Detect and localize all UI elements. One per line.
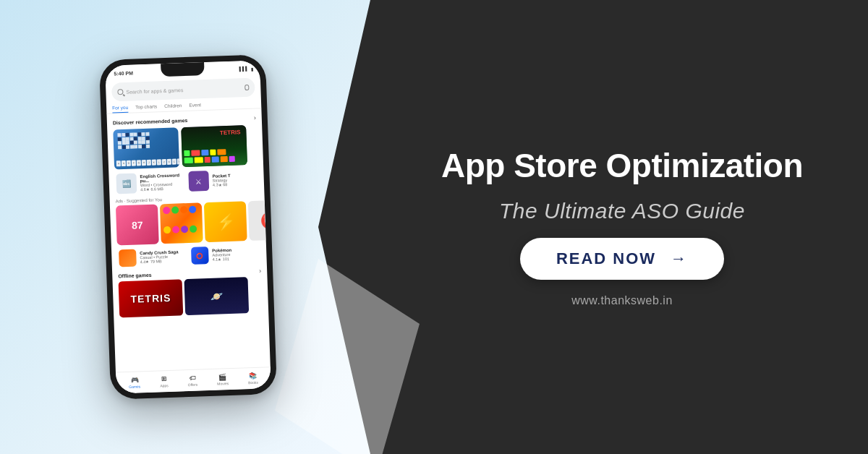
website-url: www.thanksweb.in (571, 294, 673, 307)
signal-icon: ▌▌▌ (239, 67, 249, 71)
battery-icon: ▮ (250, 66, 252, 71)
mic-icon (244, 85, 249, 90)
bottom-nav: 🎮 Games ⊞ Apps 🏷 Offers 🎬 Movies (116, 367, 271, 393)
tab-event[interactable]: Event (189, 102, 201, 111)
right-content: App Store Optimization The Ultimate ASO … (412, 118, 832, 337)
phone-mockup: 5:40 PM ▌▌▌ ▮ Search for apps & games Fo… (99, 54, 277, 400)
tab-for-you[interactable]: For you (112, 105, 128, 113)
search-placeholder: Search for apps & games (126, 85, 242, 95)
thumb-pokeball[interactable]: ⭕ (248, 200, 266, 241)
games-icon: 🎮 (130, 377, 138, 384)
pokemon-app-rating: 4.1★ 101 (212, 256, 259, 262)
crossword-app-icon: 🔤 (116, 173, 137, 194)
discover-arrow-icon[interactable]: › (254, 114, 256, 121)
games-label: Games (129, 384, 140, 389)
crossword-app-rating: 4.6★ 6.6 MB (140, 186, 184, 192)
phone-screen: 5:40 PM ▌▌▌ ▮ Search for apps & games Fo… (105, 60, 271, 393)
phone-notch (161, 62, 205, 77)
offline-games-section: Offline games › TETRIS 🪐 (112, 265, 268, 319)
read-now-button[interactable]: READ NOW → (520, 238, 724, 280)
thumb-pink-game[interactable]: 87 (116, 204, 159, 245)
books-label: Books (248, 380, 258, 385)
apps-label: Apps (160, 383, 169, 387)
offline-arrow-icon[interactable]: › (259, 267, 261, 275)
pocket-app-rating: 4.3★ 68 (213, 181, 257, 187)
bottom-nav-games[interactable]: 🎮 Games (129, 376, 141, 389)
apps-icon: ⊞ (161, 375, 167, 382)
game-banners-row: A S D F G H J K L Z X C (107, 123, 263, 171)
read-btn-label: READ NOW (556, 249, 656, 268)
bottom-nav-apps[interactable]: ⊞ Apps (160, 375, 169, 387)
status-time: 5:40 PM (114, 70, 133, 76)
crossword-app-info: English Crossword pu... Word • Crossword… (140, 173, 184, 192)
status-icons: ▌▌▌ ▮ (239, 66, 253, 72)
app-item-pocket[interactable]: ⚔ Pocket T Strategy 4.3★ 68 (187, 168, 258, 193)
candy-app-info: Candy Crush Saga Casual • Puzzle 4.4★ 79… (140, 249, 187, 264)
right-panel: App Store Optimization The Ultimate ASO … (376, 0, 868, 454)
thumb-pikachu[interactable]: ⚡ (204, 201, 247, 242)
pokemon-app-info: Pokémon Adventure 4.1★ 101 (212, 247, 260, 262)
crossword-banner[interactable]: A S D F G H J K L Z X C (113, 127, 179, 169)
phone-frame: 5:40 PM ▌▌▌ ▮ Search for apps & games Fo… (99, 54, 277, 400)
tetris-banner[interactable]: TETRIS (181, 125, 247, 167)
offline-games-title: Offline games (118, 272, 152, 278)
app-item-candy[interactable]: Candy Crush Saga Casual • Puzzle 4.4★ 79… (117, 246, 189, 268)
suggested-games-row: 87 (110, 199, 266, 247)
app-item-pokemon[interactable]: ⭕ Pokémon Adventure 4.1★ 101 (190, 244, 261, 266)
offers-label: Offers (188, 382, 198, 387)
search-bar[interactable]: Search for apps & games (111, 78, 255, 102)
offline-thumbs-row: TETRIS 🪐 (119, 277, 263, 318)
read-btn-arrow-icon: → (671, 249, 688, 268)
scroll-content: Discover recommended games › (106, 108, 270, 372)
movies-label: Movies (217, 381, 229, 386)
thumb-candy-crush[interactable] (160, 202, 203, 244)
app-item-crossword[interactable]: 🔤 English Crossword pu... Word • Crosswo… (114, 170, 186, 195)
bottom-nav-offers[interactable]: 🏷 Offers (187, 374, 197, 387)
discover-games-title: Discover recommended games (113, 117, 188, 125)
candy-app-rating: 4.4★ 79 MB (140, 258, 187, 264)
movies-icon: 🎬 (218, 373, 226, 380)
tab-children[interactable]: Children (164, 103, 182, 111)
subtitle: The Ultimate ASO Guide (499, 199, 745, 223)
search-icon (117, 89, 123, 95)
pokemon-icon: ⭕ (191, 247, 209, 265)
main-title: App Store Optimization (441, 147, 803, 185)
candy-crush-icon (119, 249, 137, 267)
pocket-app-info: Pocket T Strategy 4.3★ 68 (212, 173, 257, 187)
offline-space-thumb[interactable]: 🪐 (184, 277, 250, 315)
books-icon: 📚 (249, 372, 257, 380)
bottom-nav-movies[interactable]: 🎬 Movies (217, 373, 229, 386)
bottom-nav-books[interactable]: 📚 Books (248, 372, 258, 385)
offers-icon: 🏷 (189, 374, 195, 382)
offline-tetris-thumb[interactable]: TETRIS (119, 279, 184, 317)
pocket-app-icon: ⚔ (188, 171, 209, 192)
tab-top-charts[interactable]: Top charts (135, 103, 157, 112)
